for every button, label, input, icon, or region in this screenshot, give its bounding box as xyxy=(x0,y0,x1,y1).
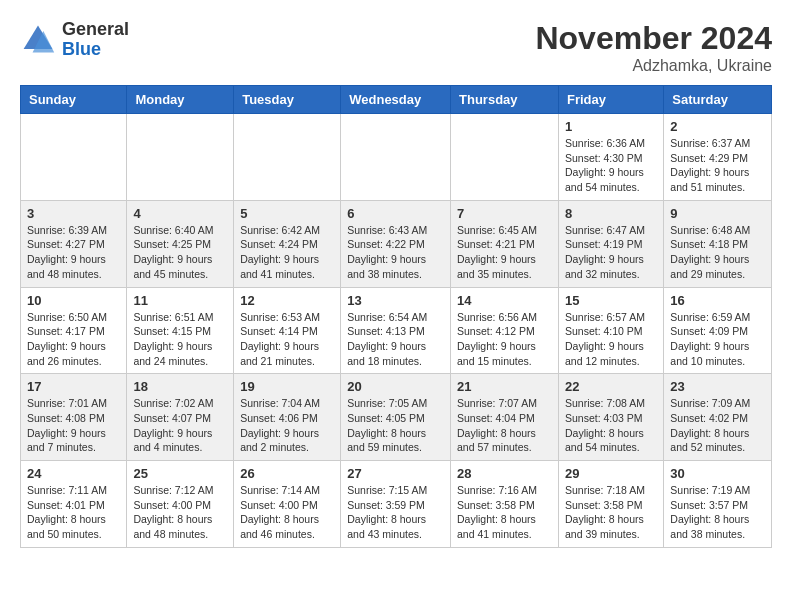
calendar-cell xyxy=(341,114,451,201)
calendar-day-header: Thursday xyxy=(451,86,559,114)
calendar-cell: 19Sunrise: 7:04 AMSunset: 4:06 PMDayligh… xyxy=(234,374,341,461)
day-info: Sunrise: 7:11 AMSunset: 4:01 PMDaylight:… xyxy=(27,483,120,542)
calendar-week-row: 10Sunrise: 6:50 AMSunset: 4:17 PMDayligh… xyxy=(21,287,772,374)
calendar-cell: 13Sunrise: 6:54 AMSunset: 4:13 PMDayligh… xyxy=(341,287,451,374)
day-number: 21 xyxy=(457,379,552,394)
day-number: 7 xyxy=(457,206,552,221)
calendar-cell: 3Sunrise: 6:39 AMSunset: 4:27 PMDaylight… xyxy=(21,200,127,287)
day-info: Sunrise: 7:15 AMSunset: 3:59 PMDaylight:… xyxy=(347,483,444,542)
calendar-day-header: Monday xyxy=(127,86,234,114)
calendar-cell: 8Sunrise: 6:47 AMSunset: 4:19 PMDaylight… xyxy=(558,200,663,287)
calendar-cell: 1Sunrise: 6:36 AMSunset: 4:30 PMDaylight… xyxy=(558,114,663,201)
calendar-cell: 30Sunrise: 7:19 AMSunset: 3:57 PMDayligh… xyxy=(664,461,772,548)
day-number: 15 xyxy=(565,293,657,308)
day-info: Sunrise: 7:02 AMSunset: 4:07 PMDaylight:… xyxy=(133,396,227,455)
calendar-cell: 15Sunrise: 6:57 AMSunset: 4:10 PMDayligh… xyxy=(558,287,663,374)
calendar-day-header: Friday xyxy=(558,86,663,114)
calendar-week-row: 24Sunrise: 7:11 AMSunset: 4:01 PMDayligh… xyxy=(21,461,772,548)
calendar-week-row: 17Sunrise: 7:01 AMSunset: 4:08 PMDayligh… xyxy=(21,374,772,461)
day-number: 25 xyxy=(133,466,227,481)
logo-blue-text: Blue xyxy=(62,40,129,60)
day-info: Sunrise: 7:09 AMSunset: 4:02 PMDaylight:… xyxy=(670,396,765,455)
day-info: Sunrise: 7:12 AMSunset: 4:00 PMDaylight:… xyxy=(133,483,227,542)
calendar-cell: 5Sunrise: 6:42 AMSunset: 4:24 PMDaylight… xyxy=(234,200,341,287)
calendar-cell: 28Sunrise: 7:16 AMSunset: 3:58 PMDayligh… xyxy=(451,461,559,548)
day-number: 29 xyxy=(565,466,657,481)
day-number: 18 xyxy=(133,379,227,394)
calendar-cell: 21Sunrise: 7:07 AMSunset: 4:04 PMDayligh… xyxy=(451,374,559,461)
logo-icon xyxy=(20,22,56,58)
calendar-cell: 16Sunrise: 6:59 AMSunset: 4:09 PMDayligh… xyxy=(664,287,772,374)
logo: General Blue xyxy=(20,20,129,60)
calendar-week-row: 1Sunrise: 6:36 AMSunset: 4:30 PMDaylight… xyxy=(21,114,772,201)
day-info: Sunrise: 6:39 AMSunset: 4:27 PMDaylight:… xyxy=(27,223,120,282)
day-info: Sunrise: 6:47 AMSunset: 4:19 PMDaylight:… xyxy=(565,223,657,282)
calendar-cell: 7Sunrise: 6:45 AMSunset: 4:21 PMDaylight… xyxy=(451,200,559,287)
calendar-cell: 20Sunrise: 7:05 AMSunset: 4:05 PMDayligh… xyxy=(341,374,451,461)
calendar-cell: 22Sunrise: 7:08 AMSunset: 4:03 PMDayligh… xyxy=(558,374,663,461)
calendar-cell: 12Sunrise: 6:53 AMSunset: 4:14 PMDayligh… xyxy=(234,287,341,374)
day-info: Sunrise: 7:08 AMSunset: 4:03 PMDaylight:… xyxy=(565,396,657,455)
day-number: 28 xyxy=(457,466,552,481)
day-info: Sunrise: 6:57 AMSunset: 4:10 PMDaylight:… xyxy=(565,310,657,369)
day-info: Sunrise: 6:40 AMSunset: 4:25 PMDaylight:… xyxy=(133,223,227,282)
calendar-cell: 26Sunrise: 7:14 AMSunset: 4:00 PMDayligh… xyxy=(234,461,341,548)
day-number: 30 xyxy=(670,466,765,481)
day-info: Sunrise: 6:54 AMSunset: 4:13 PMDaylight:… xyxy=(347,310,444,369)
logo-general-text: General xyxy=(62,20,129,40)
day-number: 26 xyxy=(240,466,334,481)
day-number: 3 xyxy=(27,206,120,221)
day-number: 6 xyxy=(347,206,444,221)
header: General Blue November 2024 Adzhamka, Ukr… xyxy=(20,20,772,75)
calendar-cell: 18Sunrise: 7:02 AMSunset: 4:07 PMDayligh… xyxy=(127,374,234,461)
calendar-cell: 29Sunrise: 7:18 AMSunset: 3:58 PMDayligh… xyxy=(558,461,663,548)
calendar-day-header: Wednesday xyxy=(341,86,451,114)
day-info: Sunrise: 7:05 AMSunset: 4:05 PMDaylight:… xyxy=(347,396,444,455)
day-number: 14 xyxy=(457,293,552,308)
day-info: Sunrise: 6:51 AMSunset: 4:15 PMDaylight:… xyxy=(133,310,227,369)
day-info: Sunrise: 7:18 AMSunset: 3:58 PMDaylight:… xyxy=(565,483,657,542)
day-info: Sunrise: 7:04 AMSunset: 4:06 PMDaylight:… xyxy=(240,396,334,455)
day-info: Sunrise: 7:14 AMSunset: 4:00 PMDaylight:… xyxy=(240,483,334,542)
day-number: 17 xyxy=(27,379,120,394)
location-title: Adzhamka, Ukraine xyxy=(535,57,772,75)
calendar-cell xyxy=(234,114,341,201)
day-number: 5 xyxy=(240,206,334,221)
calendar-cell: 14Sunrise: 6:56 AMSunset: 4:12 PMDayligh… xyxy=(451,287,559,374)
day-number: 4 xyxy=(133,206,227,221)
day-number: 9 xyxy=(670,206,765,221)
day-number: 2 xyxy=(670,119,765,134)
day-info: Sunrise: 6:37 AMSunset: 4:29 PMDaylight:… xyxy=(670,136,765,195)
day-info: Sunrise: 7:01 AMSunset: 4:08 PMDaylight:… xyxy=(27,396,120,455)
calendar-cell: 6Sunrise: 6:43 AMSunset: 4:22 PMDaylight… xyxy=(341,200,451,287)
day-number: 19 xyxy=(240,379,334,394)
calendar-cell: 2Sunrise: 6:37 AMSunset: 4:29 PMDaylight… xyxy=(664,114,772,201)
calendar-cell xyxy=(127,114,234,201)
day-number: 11 xyxy=(133,293,227,308)
day-info: Sunrise: 6:53 AMSunset: 4:14 PMDaylight:… xyxy=(240,310,334,369)
month-title: November 2024 xyxy=(535,20,772,57)
day-number: 23 xyxy=(670,379,765,394)
calendar-cell: 25Sunrise: 7:12 AMSunset: 4:00 PMDayligh… xyxy=(127,461,234,548)
day-info: Sunrise: 6:45 AMSunset: 4:21 PMDaylight:… xyxy=(457,223,552,282)
title-area: November 2024 Adzhamka, Ukraine xyxy=(535,20,772,75)
day-number: 22 xyxy=(565,379,657,394)
logo-text: General Blue xyxy=(62,20,129,60)
day-number: 8 xyxy=(565,206,657,221)
calendar-cell xyxy=(451,114,559,201)
day-number: 27 xyxy=(347,466,444,481)
calendar-cell: 10Sunrise: 6:50 AMSunset: 4:17 PMDayligh… xyxy=(21,287,127,374)
calendar-cell: 23Sunrise: 7:09 AMSunset: 4:02 PMDayligh… xyxy=(664,374,772,461)
day-info: Sunrise: 6:36 AMSunset: 4:30 PMDaylight:… xyxy=(565,136,657,195)
day-info: Sunrise: 6:42 AMSunset: 4:24 PMDaylight:… xyxy=(240,223,334,282)
calendar-day-header: Saturday xyxy=(664,86,772,114)
day-info: Sunrise: 7:07 AMSunset: 4:04 PMDaylight:… xyxy=(457,396,552,455)
calendar-cell: 4Sunrise: 6:40 AMSunset: 4:25 PMDaylight… xyxy=(127,200,234,287)
calendar-cell xyxy=(21,114,127,201)
calendar-week-row: 3Sunrise: 6:39 AMSunset: 4:27 PMDaylight… xyxy=(21,200,772,287)
day-number: 1 xyxy=(565,119,657,134)
calendar-cell: 9Sunrise: 6:48 AMSunset: 4:18 PMDaylight… xyxy=(664,200,772,287)
day-number: 24 xyxy=(27,466,120,481)
day-number: 12 xyxy=(240,293,334,308)
day-number: 20 xyxy=(347,379,444,394)
